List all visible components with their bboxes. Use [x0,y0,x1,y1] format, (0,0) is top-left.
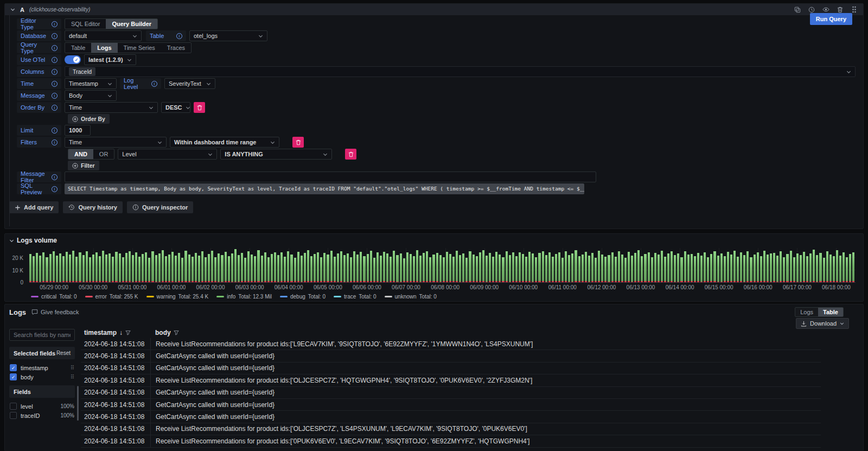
legend-item[interactable]: criticalTotal: 0 [31,294,77,300]
field-checkbox[interactable] [10,403,17,410]
remove-filter1-button[interactable] [292,137,304,148]
query-inspector-button[interactable]: Query inspector [127,201,193,213]
query-type-option-table[interactable]: Table [65,43,91,53]
query-type-option-logs[interactable]: Logs [91,43,117,53]
body-column-header[interactable]: body [155,329,171,336]
remove-order-by-button[interactable] [194,102,205,113]
table-select[interactable]: otel_logs [189,30,267,41]
log-level-select[interactable]: SeverityText [164,78,215,89]
legend-item[interactable]: unknownTotal: 0 [385,294,437,300]
volume-bar [155,255,157,282]
table-row[interactable]: 2024-06-18 14:51:08Receive ListRecommend… [81,374,821,386]
query-row-header[interactable]: A (clickhouse-observability) [5,4,863,15]
reset-button[interactable]: Reset [56,350,71,356]
selected-field-row[interactable]: ✓body⠿ [9,372,75,382]
table-row[interactable]: 2024-06-18 14:51:08GetCartAsync called w… [81,363,821,374]
filter1-field-select[interactable]: Time [65,137,167,148]
logs-panel-title: Logs [9,308,26,316]
remove-filter2-button[interactable] [345,149,356,160]
query-history-button[interactable]: Query history [63,201,123,213]
drag-handle-icon[interactable]: ⠿ [71,374,74,380]
selected-field-row[interactable]: ✓timestamp⠿ [9,363,75,372]
history-icon[interactable] [808,6,815,14]
editor-type-option-query-builder[interactable]: Query Builder [106,19,157,29]
message-filter-input[interactable] [65,171,596,182]
query-type-option-time-series[interactable]: Time Series [118,43,161,53]
volume-bar [790,251,792,282]
legend-total: Total: 25.4 K [178,294,209,300]
logs-volume-chart[interactable] [29,248,856,283]
filter2-field-select[interactable]: Level [118,149,217,160]
database-select[interactable]: default [65,30,142,41]
time-column-select[interactable]: Timestamp [65,78,117,89]
otel-version-select[interactable]: latest (1.2.9) [84,54,136,65]
table-row[interactable]: 2024-06-18 14:51:08Receive ListRecommend… [81,338,821,350]
volume-bar [353,251,355,282]
volume-bar [330,251,333,282]
drag-handle-icon[interactable] [850,6,858,14]
volume-bar [287,251,289,282]
drag-handle-icon[interactable]: ⠿ [71,365,74,371]
legend-item[interactable]: traceTotal: 0 [334,294,376,300]
column-chip-traceid[interactable]: TraceId [69,67,95,76]
sql-preview-code[interactable]: SELECT Timestamp as timestamp, Body as b… [65,183,584,194]
legend-item[interactable]: debugTotal: 0 [280,294,326,300]
conjunction-or[interactable]: OR [93,149,114,159]
conjunction-and[interactable]: AND [68,149,93,159]
add-query-button[interactable]: Add query [9,201,59,213]
order-by-field-select[interactable]: Time [65,102,158,113]
give-feedback-link[interactable]: Give feedback [31,309,79,315]
table-row[interactable]: 2024-06-18 14:51:08Receive ListRecommend… [81,423,821,435]
message-column-select[interactable]: Body [65,90,117,101]
volume-bar [601,255,603,282]
field-checkbox[interactable]: ✓ [10,373,17,380]
info-icon: i [52,21,58,27]
duplicate-icon[interactable] [794,6,801,14]
columns-multiselect[interactable]: TraceId [65,66,856,77]
timestamp-column-header[interactable]: timestamp [84,329,117,336]
add-order-by-button[interactable]: Order By [68,114,110,124]
history-icon [68,204,75,211]
filter-funnel-icon[interactable] [174,330,179,335]
add-filter-button[interactable]: Filter [68,161,99,170]
table-row[interactable]: 2024-06-18 14:51:08GetCartAsync called w… [81,411,821,423]
legend-item[interactable]: warningTotal: 25.4 K [146,294,209,300]
logs-view-toggle: Logs Table [795,307,844,317]
query-type-option-traces[interactable]: Traces [161,43,191,53]
legend-item[interactable]: errorTotal: 255 K [85,294,138,300]
field-search-input[interactable] [9,329,75,341]
table-row[interactable]: 2024-06-18 14:51:08Receive ListRecommend… [81,435,821,447]
volume-bar [730,255,732,282]
view-toggle-logs[interactable]: Logs [795,308,818,316]
filter1-operator-select[interactable]: Within dashboard time range [170,137,279,148]
volume-bar [29,254,31,282]
table-row[interactable]: 2024-06-18 14:51:08GetCartAsync called w… [81,350,821,362]
sort-desc-icon[interactable]: ↓ [119,329,123,336]
order-by-direction-select[interactable]: DESC [161,102,190,113]
log-body-cell: GetCartAsync called with userId={userId} [150,411,821,422]
use-otel-toggle[interactable]: ✓ [65,55,81,64]
y-tick: 20 K [12,255,23,261]
collapse-chevron-icon[interactable] [10,7,15,12]
editor-type-option-sql-editor[interactable]: SQL Editor [65,19,106,29]
volume-bar [307,250,309,282]
available-field-row[interactable]: level100% [9,402,75,411]
available-field-row[interactable]: traceID100% [9,411,75,420]
view-toggle-table[interactable]: Table [818,308,843,316]
table-row[interactable]: 2024-06-18 14:51:08GetCartAsync called w… [81,387,821,399]
legend-item[interactable]: infoTotal: 12.3 Mil [216,294,272,300]
logs-volume-header[interactable]: Logs volume [5,234,863,244]
filter2-operator-select[interactable]: IS ANYTHING [220,149,332,160]
field-checkbox[interactable]: ✓ [10,364,17,371]
volume-bar [75,257,78,282]
volume-bar [410,254,412,282]
field-checkbox[interactable] [10,412,17,419]
volume-bar [406,252,409,282]
sidebar-scrollbar[interactable] [77,386,79,421]
trash-icon[interactable] [836,6,844,14]
filter-funnel-icon[interactable] [125,330,131,335]
limit-input[interactable] [65,125,91,136]
eye-icon[interactable] [822,6,829,14]
table-row[interactable]: 2024-06-18 14:51:08GetCartAsync called w… [81,399,821,411]
volume-bar [443,257,445,282]
